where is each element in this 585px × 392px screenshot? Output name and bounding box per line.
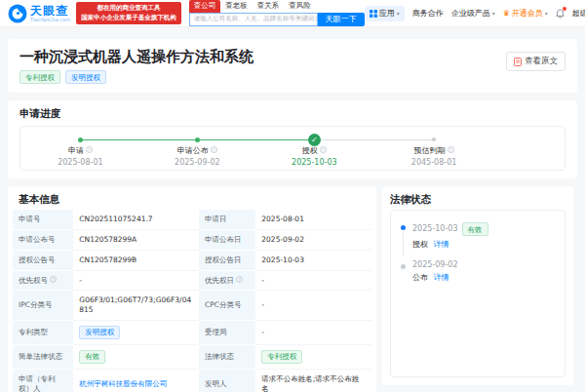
patent-grant-badge: 专利授权 [20,70,60,84]
timeline-connector [403,233,404,256]
info-icon[interactable]: ? [86,146,93,153]
basic-info-card: 基本信息 申请号 CN202511075241.7 申请日 2025-08-01… [8,186,376,392]
tab-boss[interactable]: 查老板 [220,0,253,13]
legal-status-badge: 专利授权 [261,350,302,364]
progress-timeline: 申请? 2025-08-01 申请公布? 2025-09-02 ✓ 授权? 20… [20,126,566,171]
field-label: CPC分类号 [205,300,242,309]
tianyancha-logo[interactable]: 天眼查 TianYanCha.com [8,4,70,23]
field-value: 2025-08-01 [261,215,304,223]
top-header: 天眼查 TianYanCha.com 都在用的商业查询工具 国家中小企业发展子基… [0,0,585,27]
crown-icon: ♛ [503,10,510,18]
nav-apps[interactable]: 应用 ▾ [365,6,405,21]
header-nav: 应用 ▾ 商务合作 企业级产品 ▾ ♛ 开通会员 ▾ 超级风... ▾ [365,6,585,21]
table-row: 申请号 CN202511075241.7 申请日 2025-08-01 [13,210,371,229]
tab-company[interactable]: 查公司 [189,0,221,13]
basic-info-table: 申请号 CN202511075241.7 申请日 2025-08-01 申请公布… [13,210,371,392]
field-value: CN120578299B [79,255,136,264]
table-row: 优先权号? - 优先权日? - [13,270,371,291]
info-icon[interactable]: ? [236,276,243,283]
basic-info-heading: 基本信息 [13,194,371,205]
nav-open-vip[interactable]: ♛ 开通会员 ▾ [503,8,548,19]
status-date: 2025-09-02 [412,261,458,269]
field-value: G06F3/01;G06T7/73;G06F3/04815 [79,295,191,314]
patent-title-card: 一种沉浸式机器人遥操作方法和系统 专利授权 发明授权 查看原文 [8,39,577,93]
eye-logo-icon [8,4,27,23]
field-value: CN202511075241.7 [79,215,152,223]
field-label: 受理局 [205,328,227,336]
notification-dot [563,7,566,11]
view-original-button[interactable]: 查看原文 [506,52,566,71]
applicant-link[interactable]: 杭州宇树科技股份有限公司 [79,379,167,388]
step-dot [195,137,200,142]
table-row: 申请公布号 CN120578299A 申请公布日 2025-09-02 [13,230,371,251]
progress-heading: 申请进度 [20,108,566,119]
chevron-down-icon: ▾ [545,10,548,17]
field-value: - [261,328,264,336]
field-label: 优先权日 [205,276,234,285]
search-placeholder: 请输入公司名称、人名、品牌名称等关键词 [194,15,315,23]
patent-type-badge: 发明授权 [79,326,120,339]
chevron-down-icon: ▾ [397,10,400,17]
header-search: 查公司 查老板 查关系 查风险 请输入公司名称、人名、品牌名称等关键词 × 天眼… [189,0,365,26]
field-label: 申请公布号 [19,235,56,244]
brand-name: 天眼查 [30,5,70,17]
invention-grant-badge: 发明授权 [65,70,106,84]
field-value: 请求不公布姓名;请求不公布姓名 [261,374,359,392]
simple-legal-status-badge: 有效 [79,350,105,364]
timeline-dot [401,225,406,230]
field-label: 申请公布日 [205,235,242,244]
field-label: 法律状态 [205,352,234,361]
nav-super-risk[interactable]: 超级风... ▾ [572,8,585,19]
notifications-bell[interactable] [556,9,565,19]
apps-grid-icon [370,10,377,18]
search-input[interactable]: 请输入公司名称、人名、品牌名称等关键词 × [189,13,318,26]
field-label: 优先权号 [19,276,48,285]
step-dot [78,137,83,142]
table-row: 申请（专利权）人 杭州宇树科技股份有限公司 发明人 请求不公布姓名;请求不公布姓… [13,369,371,392]
legal-status-card: 法律状态 2025-10-03 有效 授权 详情 2025-09-02 [382,186,573,386]
field-label: 申请（专利权）人 [19,374,56,392]
detail-link[interactable]: 详情 [434,240,449,249]
table-row: 专利类型 发明授权 受理局 - [13,320,371,344]
page-title: 一种沉浸式机器人遥操作方法和系统 [20,49,566,65]
field-value: 2025-10-03 [261,255,304,264]
table-row: 简单法律状态 有效 法律状态 专利授权 [13,344,371,369]
field-value: CN120578299A [79,235,136,244]
info-icon[interactable]: ? [320,146,327,153]
status-action: 公布 [412,273,428,282]
timeline-dot [401,264,406,269]
detail-link[interactable]: 详情 [434,273,449,282]
nav-enterprise-products[interactable]: 企业级产品 ▾ [451,8,495,19]
promo-banner: 都在用的商业查询工具 国家中小企业发展子基金旗下机构 [76,2,181,24]
check-icon: ✓ [308,134,321,146]
step-grant: ✓ 授权? 2025-10-03 [270,127,358,167]
step-expiry: 预估到期? 2045-08-01 [390,127,478,167]
field-value: - [261,276,264,285]
step-application: 申请? 2025-08-01 [36,127,124,167]
search-button[interactable]: 天眼一下 [318,13,365,26]
field-label: 简单法律状态 [19,352,62,361]
status-date: 2025-10-03 [412,225,458,233]
field-label: 申请号 [19,215,41,223]
field-label: IPC分类号 [19,300,52,309]
status-action: 授权 [412,240,428,249]
nav-business-cooperation[interactable]: 商务合作 [412,8,444,19]
field-label: 发明人 [205,379,227,388]
info-icon[interactable]: ? [50,276,57,283]
info-icon[interactable]: ? [448,146,454,153]
legal-status-heading: 法律状态 [390,194,566,205]
info-icon[interactable]: ? [211,146,217,153]
field-value: 2025-09-02 [261,235,304,244]
field-label: 授权公告日 [205,255,242,264]
application-progress-card: 申请进度 申请? 2025-08-01 申请公布? 2025-09-02 ✓ 授… [8,100,577,178]
field-label: 授权公告号 [19,255,56,264]
chevron-down-icon: ▾ [492,10,495,17]
tab-risk[interactable]: 查风险 [284,0,316,13]
brand-domain: TianYanCha.com [30,18,70,22]
tab-relation[interactable]: 查关系 [253,0,285,13]
status-badge: 有效 [462,222,488,236]
table-row: IPC分类号 G06F3/01;G06T7/73;G06F3/04815 CPC… [13,291,371,321]
step-dot [432,137,436,141]
legal-status-timeline: 2025-10-03 有效 授权 详情 2025-09-02 公布 详情 [390,210,566,377]
document-icon [514,58,522,66]
